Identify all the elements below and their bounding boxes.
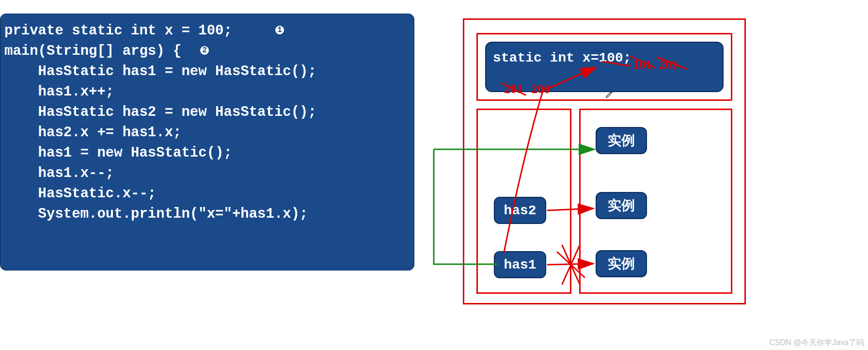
heap-instance-2: 实例 (596, 192, 647, 219)
step-badge-2: 2 (199, 45, 210, 56)
memory-diagram: static int x=100; has2 has1 实例 实例 实例 (463, 18, 746, 304)
heap-instance-1: 实例 (596, 127, 647, 154)
code-line-7: has1 = new HasStatic(); (4, 145, 232, 161)
code-line-9: HasStatic.x--; (4, 186, 156, 202)
static-field-banner: static int x=100; (485, 42, 724, 92)
static-field-text: static int x=100; (493, 50, 631, 65)
code-line-1: private static int x = 100; (4, 23, 232, 39)
code-line-2: main(String[] args) { (4, 43, 181, 59)
code-line-8: has1.x--; (4, 165, 114, 181)
stack-ref-has2: has2 (494, 197, 546, 224)
code-line-5: HasStatic has2 = new HasStatic(); (4, 104, 316, 120)
code-line-4: has1.x++; (4, 84, 114, 100)
code-line-3: HasStatic has1 = new HasStatic(); (4, 64, 316, 80)
code-line-10: System.out.println("x="+has1.x); (4, 206, 308, 222)
heap-instance-3: 实例 (596, 250, 647, 277)
stack-ref-has1: has1 (494, 251, 546, 278)
pencil-icon (605, 90, 614, 99)
watermark: CSDN @今天你学Java了吗 (769, 338, 864, 348)
code-line-6: has2.x += has1.x; (4, 125, 181, 141)
step-badge-1: 1 (274, 24, 285, 36)
